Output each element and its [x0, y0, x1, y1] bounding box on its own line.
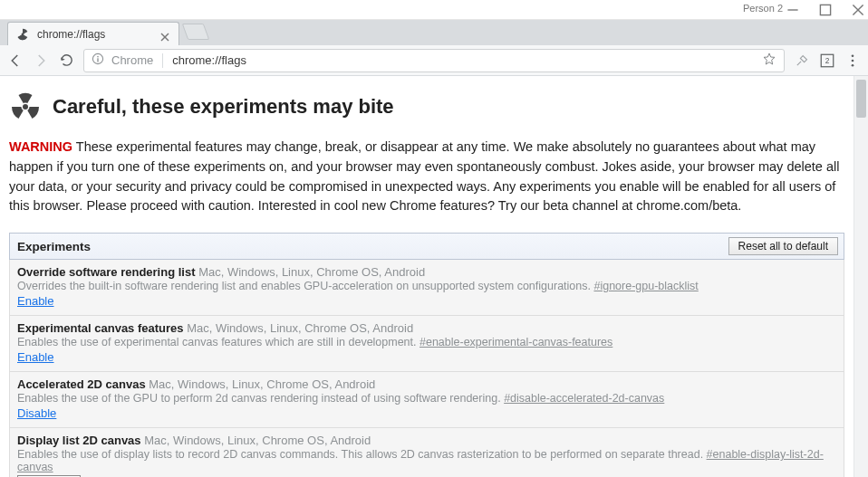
window-close-button[interactable] — [852, 4, 864, 16]
svg-rect-1 — [820, 5, 830, 14]
warning-paragraph: WARNING These experimental features may … — [9, 138, 844, 216]
omnibox-scheme: Chrome — [111, 53, 153, 67]
profile-label[interactable]: Person 2 — [743, 3, 783, 14]
address-bar[interactable]: Chrome chrome://flags — [83, 49, 785, 72]
flag-description: Enables the use of the GPU to perform 2d… — [17, 392, 504, 405]
page-title: Careful, these experiments may bite — [53, 95, 394, 119]
browser-tab[interactable]: chrome://flags — [7, 22, 179, 45]
tab-title: chrome://flags — [37, 28, 153, 41]
vertical-scrollbar[interactable] — [854, 76, 868, 477]
svg-point-15 — [22, 103, 29, 110]
radiation-icon — [9, 91, 42, 123]
flag-platforms: Mac, Windows, Linux, Chrome OS, Android — [198, 265, 425, 279]
flag-platforms: Mac, Windows, Linux, Chrome OS, Android — [144, 434, 371, 447]
warning-header: Careful, these experiments may bite — [9, 91, 844, 123]
profile-switcher-icon[interactable]: 2 — [819, 52, 835, 69]
flag-hash-link[interactable]: #disable-accelerated-2d-canvas — [504, 392, 664, 405]
flag-description: Enables the use of experimental canvas f… — [17, 336, 420, 348]
forward-button[interactable] — [33, 52, 49, 69]
flag-platforms: Mac, Windows, Linux, Chrome OS, Android — [149, 377, 375, 391]
new-tab-button[interactable] — [182, 24, 210, 40]
window-maximize-button[interactable] — [819, 4, 832, 16]
radiation-icon — [15, 27, 30, 42]
svg-point-12 — [852, 54, 854, 57]
experiments-title: Experiments — [17, 240, 91, 253]
info-icon[interactable] — [92, 52, 104, 68]
flag-description: Enables the use of display lists to reco… — [17, 448, 707, 461]
tab-close-button[interactable] — [160, 29, 171, 40]
window-titlebar: Person 2 — [0, 0, 868, 20]
svg-point-8 — [97, 56, 99, 58]
warning-label: WARNING — [9, 139, 72, 154]
menu-button[interactable] — [844, 52, 861, 69]
svg-point-14 — [852, 63, 854, 66]
omnibox-separator — [162, 53, 163, 68]
flag-enable-link[interactable]: Enable — [17, 294, 53, 308]
experiments-header: Experiments Reset all to default — [9, 233, 844, 260]
svg-point-4 — [22, 33, 24, 35]
flag-row: Experimental canvas features Mac, Window… — [9, 316, 844, 372]
scrollbar-thumb[interactable] — [856, 80, 866, 118]
flag-platforms: Mac, Windows, Linux, Chrome OS, Android — [187, 321, 413, 335]
svg-text:2: 2 — [825, 57, 830, 65]
flag-name: Experimental canvas features — [17, 321, 184, 335]
flag-row: Display list 2D canvas Mac, Windows, Lin… — [9, 428, 844, 477]
reset-all-button[interactable]: Reset all to default — [728, 237, 838, 255]
flag-hash-link[interactable]: #enable-experimental-canvas-features — [420, 336, 612, 348]
flag-name: Accelerated 2D canvas — [17, 377, 146, 391]
page-viewport: Careful, these experiments may bite WARN… — [0, 76, 868, 477]
browser-toolbar: Chrome chrome://flags 2 — [0, 45, 868, 76]
flag-name: Override software rendering list — [17, 265, 196, 279]
bookmark-star-icon[interactable] — [762, 52, 776, 69]
back-button[interactable] — [7, 52, 24, 69]
flag-enable-link[interactable]: Enable — [17, 350, 53, 364]
flag-hash-link[interactable]: #ignore-gpu-blacklist — [593, 280, 698, 292]
page-content: Careful, these experiments may bite WARN… — [0, 76, 854, 477]
svg-rect-9 — [97, 58, 98, 62]
flag-row: Accelerated 2D canvas Mac, Windows, Linu… — [9, 372, 844, 428]
pushpin-icon[interactable] — [794, 52, 810, 69]
flag-disable-link[interactable]: Disable — [17, 406, 56, 420]
window-minimize-button[interactable] — [786, 4, 799, 16]
flag-name: Display list 2D canvas — [17, 434, 141, 447]
tab-strip: chrome://flags — [0, 20, 868, 45]
svg-point-13 — [852, 59, 854, 62]
warning-text: These experimental features may change, … — [9, 139, 839, 213]
omnibox-url: chrome://flags — [172, 53, 246, 67]
flag-row: Override software rendering list Mac, Wi… — [9, 260, 844, 316]
flag-description: Overrides the built-in software renderin… — [17, 280, 593, 292]
reload-button[interactable] — [58, 52, 74, 69]
